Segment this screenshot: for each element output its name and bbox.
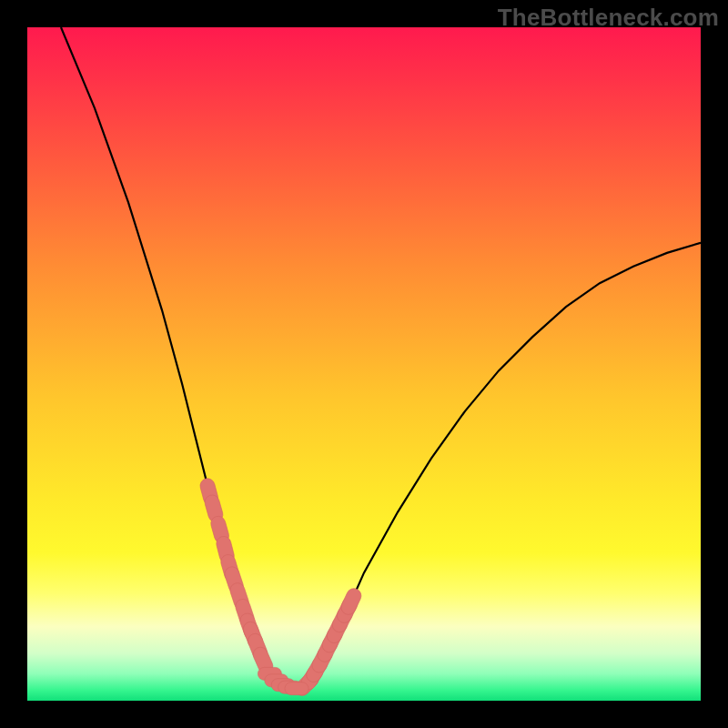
plot-area (27, 27, 701, 701)
curve-markers (198, 477, 363, 699)
chart-frame: TheBottleneck.com (0, 0, 728, 728)
curve-marker (285, 682, 308, 695)
bottleneck-curve (61, 27, 701, 689)
curve-svg (27, 27, 701, 701)
